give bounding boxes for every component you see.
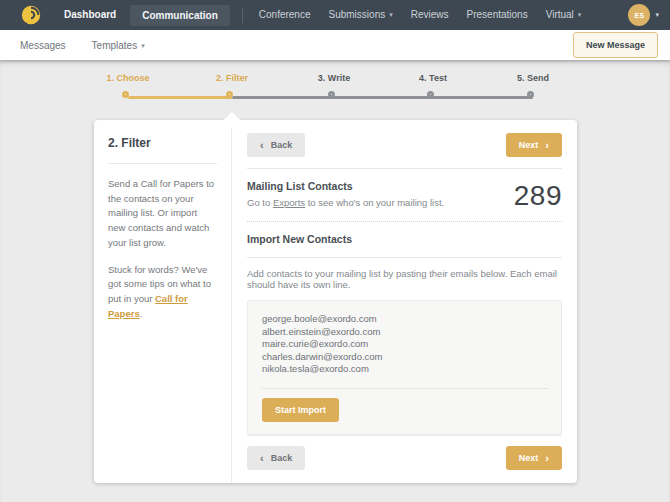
nav-item-communication[interactable]: Communication <box>130 5 230 26</box>
email-entry: charles.darwin@exordo.com <box>262 351 547 364</box>
step-label-test: 4. Test <box>391 73 475 83</box>
chevron-down-icon: ▾ <box>655 11 659 19</box>
bottom-button-row: ‹Back Next› <box>247 446 562 470</box>
nav-item-submissions[interactable]: Submissions▾ <box>320 0 402 30</box>
bottom-button-block: ‹Back Next› <box>247 435 562 470</box>
nav-item-virtual[interactable]: Virtual▾ <box>537 0 591 30</box>
divider <box>247 168 562 169</box>
step-dot-send[interactable] <box>527 91 534 98</box>
import-contacts-title: Import New Contacts <box>247 233 562 245</box>
nav-item-reviews[interactable]: Reviews <box>402 0 458 30</box>
start-import-button[interactable]: Start Import <box>262 398 339 422</box>
back-button-bottom[interactable]: ‹Back <box>247 446 305 470</box>
email-entry: nikola.tesla@exordo.com <box>262 363 547 376</box>
new-message-button[interactable]: New Message <box>573 32 658 58</box>
divider <box>108 163 217 164</box>
stepper-track-upcoming <box>232 96 533 99</box>
step-content-panel: ‹Back Next› Mailing List Contacts Go to … <box>232 120 577 483</box>
step-title: 2. Filter <box>108 136 217 150</box>
import-instructions: Add contacts to your mailing list by pas… <box>247 268 562 290</box>
chevron-right-icon: › <box>545 454 549 462</box>
chevron-down-icon: ▾ <box>389 11 393 18</box>
nav-item-presentations[interactable]: Presentations <box>458 0 537 30</box>
dotted-divider <box>262 388 547 389</box>
email-paste-textarea[interactable]: george.boole@exordo.com albert.einstein@… <box>247 300 562 435</box>
back-button-top[interactable]: ‹Back <box>247 133 305 157</box>
top-navbar: Dashboard Communication Conference Submi… <box>0 0 670 30</box>
app-window: Dashboard Communication Conference Submi… <box>0 0 670 502</box>
chevron-down-icon: ▾ <box>578 11 582 18</box>
email-entry: albert.einstein@exordo.com <box>262 326 547 339</box>
email-entry: george.boole@exordo.com <box>262 313 547 326</box>
next-button-bottom[interactable]: Next› <box>506 446 562 470</box>
chevron-left-icon: ‹ <box>260 141 264 149</box>
divider <box>247 435 562 436</box>
mailing-list-title: Mailing List Contacts <box>247 180 444 192</box>
divider <box>247 257 562 258</box>
next-button-top[interactable]: Next› <box>506 133 562 157</box>
mailing-list-subtitle: Go to Exports to see who's on your maili… <box>247 197 444 208</box>
dotted-divider <box>247 221 562 222</box>
email-list: george.boole@exordo.com albert.einstein@… <box>262 313 547 376</box>
exordo-logo-icon[interactable] <box>20 4 42 26</box>
step-dot-filter[interactable] <box>226 91 233 98</box>
step-label-write: 3. Write <box>292 73 376 83</box>
top-button-row: ‹Back Next› <box>247 133 562 157</box>
step-dot-choose[interactable] <box>122 91 129 98</box>
chevron-right-icon: › <box>545 141 549 149</box>
mailing-list-section: Mailing List Contacts Go to Exports to s… <box>247 180 562 210</box>
section-subnav: Messages Templates▾ New Message <box>0 30 670 60</box>
step-description: Send a Call for Papers to the contacts o… <box>108 177 217 251</box>
email-entry: maire.curie@exordo.com <box>262 338 547 351</box>
avatar[interactable]: ES <box>628 4 650 26</box>
step-tip: Stuck for words? We've got some tips on … <box>108 263 217 322</box>
step-dot-write[interactable] <box>328 91 335 98</box>
exports-link[interactable]: Exports <box>273 197 305 208</box>
step-description-panel: 2. Filter Send a Call for Papers to the … <box>94 120 232 483</box>
nav-item-conference[interactable]: Conference <box>250 0 320 30</box>
content-area: 1. Choose 2. Filter 3. Write 4. Test 5. … <box>0 60 670 502</box>
mailing-list-count: 289 <box>514 182 562 210</box>
filter-step-card: 2. Filter Send a Call for Papers to the … <box>94 120 577 483</box>
step-dot-test[interactable] <box>427 91 434 98</box>
user-menu[interactable]: ES ▾ <box>628 4 659 26</box>
nav-item-dashboard[interactable]: Dashboard <box>55 0 125 30</box>
step-label-send: 5. Send <box>491 73 575 83</box>
subnav-item-templates[interactable]: Templates▾ <box>92 40 145 51</box>
chevron-left-icon: ‹ <box>260 454 264 462</box>
step-label-choose: 1. Choose <box>86 73 170 83</box>
chevron-down-icon: ▾ <box>141 42 145 49</box>
step-label-filter: 2. Filter <box>190 73 274 83</box>
navbar-divider <box>242 8 243 23</box>
stepper-track-complete <box>128 96 232 99</box>
subnav-item-messages[interactable]: Messages <box>20 40 66 51</box>
